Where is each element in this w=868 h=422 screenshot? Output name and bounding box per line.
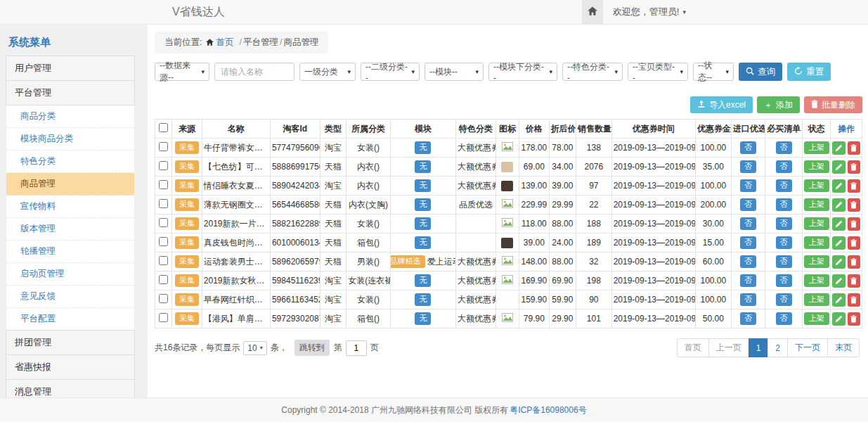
status-badge[interactable]: 上架	[804, 179, 829, 191]
status-badge[interactable]: 上架	[804, 217, 829, 229]
must-buy-toggle-badge[interactable]: 否	[776, 217, 792, 229]
filter-select-7[interactable]: --宝贝类型--▾	[628, 63, 688, 81]
must-buy-toggle-badge[interactable]: 否	[776, 312, 792, 324]
filter-select-8[interactable]: --状态--▾	[693, 63, 734, 81]
per-page-select[interactable]: 10 ▾	[243, 341, 266, 355]
filter-select-2[interactable]: 一级分类▾	[299, 63, 356, 81]
user-menu[interactable]: 欢迎您，管理员! ▾	[603, 6, 696, 18]
sidebar-item-0[interactable]: 用户管理	[6, 56, 135, 81]
row-checkbox[interactable]	[159, 161, 168, 170]
must-buy-toggle-badge[interactable]: 否	[776, 255, 792, 267]
add-button[interactable]: ＋ 添加	[757, 96, 800, 113]
sidebar-item-5[interactable]: 商品管理	[6, 173, 135, 196]
filter-select-3[interactable]: --二级分类--▾	[361, 63, 420, 81]
status-badge[interactable]: 上架	[804, 274, 829, 286]
sidebar-item-7[interactable]: 版本管理	[6, 218, 135, 241]
delete-button[interactable]	[848, 198, 860, 212]
sidebar-item-2[interactable]: 商品分类	[6, 106, 135, 128]
import-toggle-badge[interactable]: 否	[740, 141, 756, 153]
breadcrumb-home[interactable]: 首页	[206, 37, 233, 49]
status-badge[interactable]: 上架	[804, 198, 829, 210]
breadcrumb-item[interactable]: 商品管理	[283, 37, 318, 47]
import-toggle-badge[interactable]: 否	[740, 198, 756, 210]
breadcrumb-item[interactable]: 平台管理	[243, 37, 278, 47]
sidebar-item-11[interactable]: 平台配置	[6, 308, 135, 331]
page-button-5[interactable]: 末页	[827, 338, 860, 357]
delete-button[interactable]	[848, 293, 860, 307]
edit-button[interactable]	[832, 274, 845, 288]
delete-button[interactable]	[848, 255, 860, 269]
edit-button[interactable]	[832, 179, 845, 193]
sidebar-item-4[interactable]: 特色分类	[6, 151, 135, 173]
filter-select-6[interactable]: --特色分类--▾	[562, 63, 623, 81]
must-buy-toggle-badge[interactable]: 否	[776, 236, 792, 248]
page-button-3[interactable]: 2	[767, 338, 788, 357]
sidebar-item-8[interactable]: 轮播管理	[6, 241, 135, 263]
sidebar-item-3[interactable]: 模块商品分类	[6, 128, 135, 151]
status-badge[interactable]: 上架	[804, 293, 829, 305]
row-checkbox[interactable]	[159, 218, 168, 227]
status-badge[interactable]: 上架	[804, 255, 829, 267]
edit-button[interactable]	[832, 293, 845, 307]
must-buy-toggle-badge[interactable]: 否	[776, 293, 792, 305]
delete-button[interactable]	[848, 274, 860, 288]
import-toggle-badge[interactable]: 否	[740, 274, 756, 286]
row-checkbox[interactable]	[159, 237, 168, 246]
row-checkbox[interactable]	[159, 294, 168, 303]
filter-select-5[interactable]: --模块下分类--▾	[488, 63, 557, 81]
reset-button[interactable]: 重置	[787, 63, 831, 81]
sidebar-item-6[interactable]: 宣传物料	[6, 196, 135, 218]
filter-select-4[interactable]: --模块--▾	[425, 63, 484, 81]
delete-button[interactable]	[848, 141, 860, 155]
must-buy-toggle-badge[interactable]: 否	[776, 198, 792, 210]
jump-button[interactable]: 跳转到	[294, 340, 330, 356]
must-buy-toggle-badge[interactable]: 否	[776, 179, 792, 191]
import-toggle-badge[interactable]: 否	[740, 236, 756, 248]
import-toggle-badge[interactable]: 否	[740, 255, 756, 267]
row-checkbox[interactable]	[159, 142, 168, 151]
edit-button[interactable]	[832, 255, 845, 269]
import-toggle-badge[interactable]: 否	[740, 160, 756, 172]
name-search-input[interactable]	[214, 63, 294, 81]
import-toggle-badge[interactable]: 否	[740, 217, 756, 229]
edit-button[interactable]	[832, 141, 845, 155]
status-badge[interactable]: 上架	[804, 160, 829, 172]
jump-page-input[interactable]	[346, 340, 367, 356]
import-toggle-badge[interactable]: 否	[740, 179, 756, 191]
row-checkbox[interactable]	[159, 180, 168, 189]
import-toggle-badge[interactable]: 否	[740, 293, 756, 305]
edit-button[interactable]	[832, 217, 845, 231]
page-button-2[interactable]: 1	[749, 338, 769, 357]
page-button-4[interactable]: 下一页	[787, 338, 828, 357]
edit-button[interactable]	[832, 312, 845, 326]
page-button-1[interactable]: 上一页	[708, 338, 749, 357]
icp-link[interactable]: 粤ICP备16098006号	[510, 404, 586, 416]
row-checkbox[interactable]	[159, 313, 168, 322]
delete-button[interactable]	[848, 217, 860, 231]
edit-button[interactable]	[832, 160, 845, 174]
row-checkbox[interactable]	[159, 275, 168, 284]
sidebar-item-10[interactable]: 意见反馈	[6, 286, 135, 308]
import-excel-button[interactable]: 导入excel	[690, 96, 753, 113]
status-badge[interactable]: 上架	[804, 312, 829, 324]
page-button-0[interactable]: 首页	[677, 338, 709, 357]
select-all-checkbox[interactable]	[159, 123, 168, 132]
must-buy-toggle-badge[interactable]: 否	[776, 274, 792, 286]
delete-button[interactable]	[848, 312, 860, 326]
batch-delete-button[interactable]: 批量删除	[804, 96, 862, 113]
filter-select-0[interactable]: --数据来源--▾	[155, 63, 209, 81]
edit-button[interactable]	[832, 236, 845, 250]
must-buy-toggle-badge[interactable]: 否	[776, 141, 792, 153]
sidebar-item-12[interactable]: 拼团管理	[6, 330, 135, 355]
sidebar-item-9[interactable]: 启动页管理	[6, 263, 135, 286]
home-button[interactable]	[582, 0, 603, 25]
row-checkbox[interactable]	[159, 256, 168, 265]
edit-button[interactable]	[832, 198, 845, 212]
row-checkbox[interactable]	[159, 199, 168, 208]
delete-button[interactable]	[848, 179, 860, 193]
import-toggle-badge[interactable]: 否	[740, 312, 756, 324]
delete-button[interactable]	[848, 236, 860, 250]
sidebar-item-13[interactable]: 省惠快报	[6, 354, 135, 380]
search-button[interactable]: 查询	[739, 63, 782, 81]
must-buy-toggle-badge[interactable]: 否	[776, 160, 792, 172]
